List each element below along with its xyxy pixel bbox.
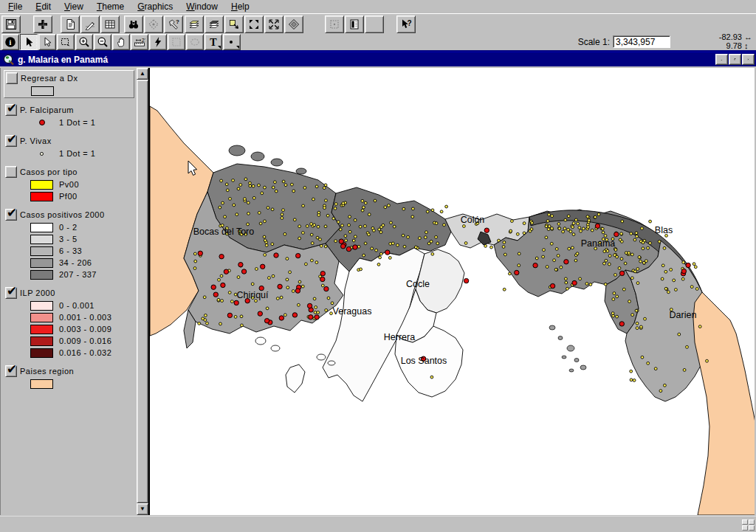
menu-view[interactable]: View bbox=[58, 1, 90, 13]
vivax-dot bbox=[334, 203, 337, 206]
theme-label[interactable]: Regresar a Dx bbox=[21, 72, 78, 83]
vivax-dot bbox=[379, 231, 382, 234]
map-canvas[interactable]: Bocas del ToroChiriquíVeraguasHerreraLos… bbox=[148, 68, 755, 515]
select-feature-button[interactable] bbox=[57, 34, 75, 50]
find-button[interactable] bbox=[124, 15, 143, 33]
menu-theme[interactable]: Theme bbox=[90, 1, 131, 13]
theme-vivax[interactable]: ✔P. Vivax1 Dot = 1 bbox=[4, 134, 134, 160]
close-button[interactable] bbox=[742, 54, 755, 65]
vivax-dot bbox=[334, 240, 337, 243]
theme-label[interactable]: ILP 2000 bbox=[20, 287, 55, 297]
vertex-edit-button[interactable] bbox=[38, 34, 56, 50]
open-overview-button[interactable] bbox=[345, 15, 364, 33]
vivax-dot bbox=[633, 238, 636, 241]
text-tool-button[interactable]: T bbox=[205, 34, 222, 50]
map-label: Herrera bbox=[384, 332, 415, 342]
theme-paises[interactable]: ✔Paises region bbox=[4, 364, 134, 390]
theme-properties-button[interactable] bbox=[61, 15, 80, 33]
theme-casos-por-tipo[interactable]: Casos por tipoPv00Pf00 bbox=[4, 165, 134, 203]
menu-window[interactable]: Window bbox=[179, 1, 224, 13]
zoom-selected-button[interactable] bbox=[224, 15, 244, 33]
help-button[interactable]: ? bbox=[396, 15, 416, 33]
zoom-out-fixed-button[interactable] bbox=[264, 15, 284, 33]
theme-checkbox-vivax[interactable]: ✔ bbox=[5, 135, 17, 147]
restore-button[interactable] bbox=[729, 54, 741, 65]
theme-checkbox-casos-por-tipo[interactable] bbox=[5, 166, 17, 178]
label-tool-button[interactable] bbox=[168, 34, 185, 50]
vivax-dot bbox=[509, 272, 512, 275]
measure-button[interactable]: 2? bbox=[131, 34, 148, 50]
vivax-dot bbox=[630, 379, 633, 381]
select-by-graphic-button[interactable] bbox=[325, 15, 344, 33]
vivax-dot bbox=[324, 225, 327, 228]
vivax-dot bbox=[463, 225, 466, 228]
theme-checkbox-regresar[interactable] bbox=[6, 72, 18, 84]
draw-point-button[interactable] bbox=[223, 34, 241, 50]
pan-button[interactable] bbox=[112, 34, 130, 50]
vivax-dot bbox=[412, 207, 415, 210]
locate-address-button[interactable] bbox=[144, 15, 163, 33]
pointer-button[interactable] bbox=[20, 34, 38, 50]
theme-label[interactable]: Casos por tipo bbox=[20, 166, 78, 176]
legend-class-row: 6 - 33 bbox=[30, 246, 133, 256]
zoom-previous-button[interactable] bbox=[284, 15, 303, 33]
clear-selection-button[interactable] bbox=[365, 15, 384, 33]
vivax-dot bbox=[591, 229, 594, 232]
vivax-dot bbox=[659, 390, 662, 393]
vivax-dot bbox=[518, 264, 520, 267]
legend-scrollbar[interactable]: ▲ ▼ bbox=[137, 68, 148, 515]
minimize-button[interactable] bbox=[715, 54, 728, 65]
theme-checkbox-casos-positivos[interactable]: ✔ bbox=[5, 209, 17, 221]
zoom-active-theme-button[interactable] bbox=[205, 15, 224, 33]
theme-label[interactable]: Casos positivos 2000 bbox=[20, 209, 105, 219]
vivax-dot bbox=[548, 213, 551, 216]
vivax-dot bbox=[558, 227, 561, 230]
theme-label[interactable]: Paises region bbox=[20, 365, 74, 376]
menu-graphics[interactable]: Graphics bbox=[131, 1, 179, 13]
add-theme-icon bbox=[37, 18, 49, 30]
theme-regresar[interactable]: Regresar a Dx bbox=[4, 70, 134, 98]
menu-edit[interactable]: Edit bbox=[29, 1, 58, 13]
open-theme-table-button[interactable] bbox=[100, 15, 120, 33]
theme-ilp[interactable]: ✔ILP 20000 - 0.0010.001 - 0.0030.003 - 0… bbox=[4, 286, 134, 359]
zoom-full-extent-button[interactable] bbox=[185, 15, 204, 33]
edit-legend-button[interactable] bbox=[80, 15, 100, 33]
theme-label[interactable]: P. Vivax bbox=[20, 135, 52, 145]
view-window-title-bar[interactable]: g. Malaria en Panamá bbox=[0, 52, 756, 66]
scrollbar-thumb[interactable] bbox=[137, 80, 148, 503]
scroll-up-button[interactable]: ▲ bbox=[137, 68, 148, 80]
legend-class-label: 1 Dot = 1 bbox=[59, 149, 95, 158]
zoom-out-button[interactable] bbox=[94, 34, 111, 50]
vivax-dot bbox=[603, 262, 606, 265]
legend-class-row bbox=[31, 86, 132, 96]
resize-grip-icon[interactable] bbox=[729, 518, 755, 531]
menu-help[interactable]: Help bbox=[224, 1, 256, 13]
menu-file[interactable]: File bbox=[1, 1, 29, 13]
view-window-title: g. Malaria en Panamá bbox=[18, 55, 108, 65]
vivax-dot bbox=[348, 224, 351, 227]
theme-label[interactable]: P. Falciparum bbox=[20, 104, 74, 114]
theme-checkbox-paises[interactable]: ✔ bbox=[5, 365, 17, 377]
scroll-down-button[interactable]: ▼ bbox=[137, 503, 148, 515]
color-swatch bbox=[30, 379, 53, 389]
falciparum-dot bbox=[681, 269, 686, 273]
vivax-dot bbox=[247, 201, 250, 204]
theme-casos-positivos[interactable]: ✔Casos positivos 20000 - 23 - 56 - 3334 … bbox=[4, 207, 134, 281]
theme-falciparum[interactable]: ✔P. Falciparum1 Dot = 1 bbox=[4, 103, 134, 129]
vivax-dot bbox=[302, 232, 305, 235]
vivax-dot bbox=[431, 209, 434, 212]
save-project-button[interactable] bbox=[1, 15, 21, 33]
add-theme-button[interactable] bbox=[33, 15, 52, 33]
hotlink-button[interactable] bbox=[149, 34, 167, 50]
zoom-in-fixed-button[interactable] bbox=[244, 15, 264, 33]
zoom-in-button[interactable] bbox=[75, 34, 93, 50]
scale-input[interactable] bbox=[613, 35, 670, 48]
area-of-interest-button[interactable] bbox=[186, 34, 204, 50]
query-builder-button[interactable]: ? bbox=[164, 15, 183, 33]
vivax-dot bbox=[271, 208, 274, 211]
vivax-dot bbox=[377, 263, 380, 266]
theme-checkbox-ilp[interactable]: ✔ bbox=[5, 287, 17, 299]
theme-checkbox-falciparum[interactable]: ✔ bbox=[5, 104, 17, 116]
vivax-dot bbox=[424, 236, 427, 239]
identify-button[interactable]: i bbox=[1, 34, 19, 50]
